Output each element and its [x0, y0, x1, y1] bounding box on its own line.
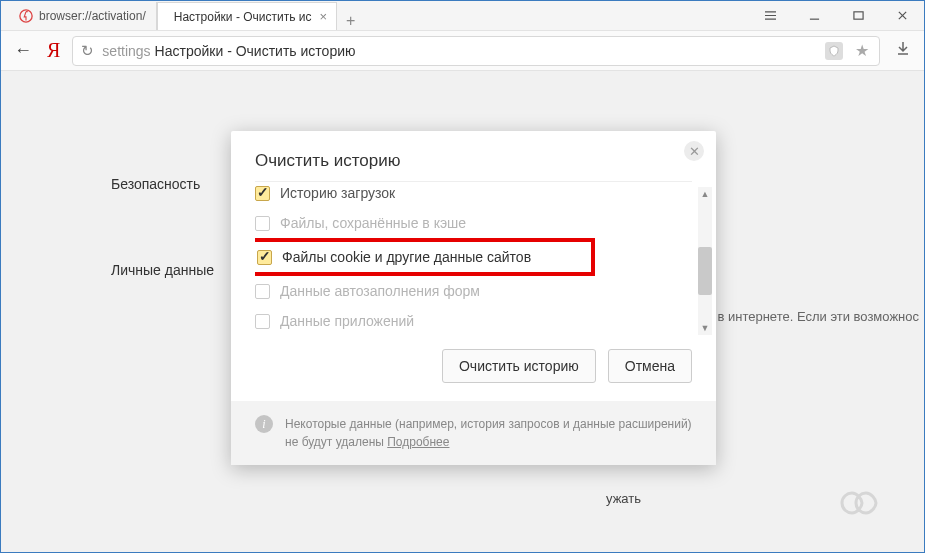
footer-text: Некоторые данные (например, история запр… [285, 415, 692, 451]
new-tab-button[interactable]: + [337, 12, 365, 30]
settings-sidebar: Безопасность Личные данные [111, 176, 214, 348]
maximize-button[interactable] [836, 1, 880, 30]
close-window-button[interactable] [880, 1, 924, 30]
checkbox-icon[interactable] [255, 216, 270, 231]
tab-strip: browser://activation/ Настройки - Очисти… [1, 1, 748, 30]
dialog-title: Очистить историю [231, 131, 716, 181]
scroll-up-icon[interactable]: ▲ [698, 187, 712, 201]
bg-settings-options: ужать Отправлять Яндексу отчёты о сбоях … [236, 491, 641, 553]
url-path: Настройки - Очистить историю [155, 43, 356, 59]
address-bar[interactable]: ↻ settings Настройки - Очистить историю … [72, 36, 880, 66]
footer-more-link[interactable]: Подробнее [387, 435, 449, 449]
option-cache[interactable]: Файлы, сохранённые в кэше [255, 208, 692, 238]
bg-option-serve[interactable]: ужать [236, 491, 641, 506]
option-autofill[interactable]: Данные автозаполнения форм [255, 276, 692, 306]
sidebar-item-security[interactable]: Безопасность [111, 176, 214, 192]
protect-icon[interactable] [825, 42, 843, 60]
clear-history-button[interactable]: Очистить историю [442, 349, 596, 383]
tab-close-icon[interactable]: × [320, 10, 328, 23]
info-icon: i [255, 415, 273, 433]
menu-button[interactable] [748, 1, 792, 30]
highlight-annotation: Файлы cookie и другие данные сайтов [255, 238, 595, 276]
dialog-close-button[interactable]: ✕ [684, 141, 704, 161]
tab-settings[interactable]: Настройки - Очистить ис × [157, 2, 337, 30]
bg-hint-text: в интернете. Если эти возможнос [717, 309, 919, 324]
checkbox-icon[interactable] [255, 186, 270, 201]
back-button[interactable]: ← [11, 40, 35, 61]
option-downloads[interactable]: Историю загрузок [255, 181, 692, 208]
downloads-button[interactable] [892, 40, 914, 61]
clear-options-list: Историю загрузок Файлы, сохранённые в кэ… [255, 181, 692, 333]
tab-activation[interactable]: browser://activation/ [9, 2, 157, 30]
bookmark-icon[interactable]: ★ [853, 42, 871, 60]
dialog-footer: i Некоторые данные (например, история за… [231, 401, 716, 465]
window-titlebar: browser://activation/ Настройки - Очисти… [1, 1, 924, 31]
url-scheme: settings [102, 43, 150, 59]
minimize-button[interactable] [792, 1, 836, 30]
sidebar-item-personal[interactable]: Личные данные [111, 262, 214, 278]
watermark-icon [834, 489, 884, 517]
dialog-actions: Очистить историю Отмена [231, 339, 716, 401]
checkbox-icon[interactable] [257, 250, 272, 265]
checkbox-icon[interactable] [255, 314, 270, 329]
scroll-thumb[interactable] [698, 247, 712, 295]
yandex-icon [19, 9, 33, 23]
option-appdata[interactable]: Данные приложений [255, 306, 692, 333]
tab-label: Настройки - Очистить ис [174, 10, 312, 24]
tab-label: browser://activation/ [39, 9, 146, 23]
window-controls [748, 1, 924, 30]
svg-rect-1 [853, 12, 862, 19]
scrollbar[interactable]: ▲ ▼ [698, 187, 712, 335]
yandex-logo[interactable]: Я [47, 39, 60, 62]
checkbox-icon[interactable] [255, 284, 270, 299]
option-cookies[interactable]: Файлы cookie и другие данные сайтов [257, 244, 587, 270]
toolbar: ← Я ↻ settings Настройки - Очистить исто… [1, 31, 924, 71]
scroll-down-icon[interactable]: ▼ [698, 321, 712, 335]
clear-history-dialog: ✕ Очистить историю Историю загрузок Файл… [231, 131, 716, 465]
reload-icon[interactable]: ↻ [81, 42, 94, 60]
cancel-button[interactable]: Отмена [608, 349, 692, 383]
